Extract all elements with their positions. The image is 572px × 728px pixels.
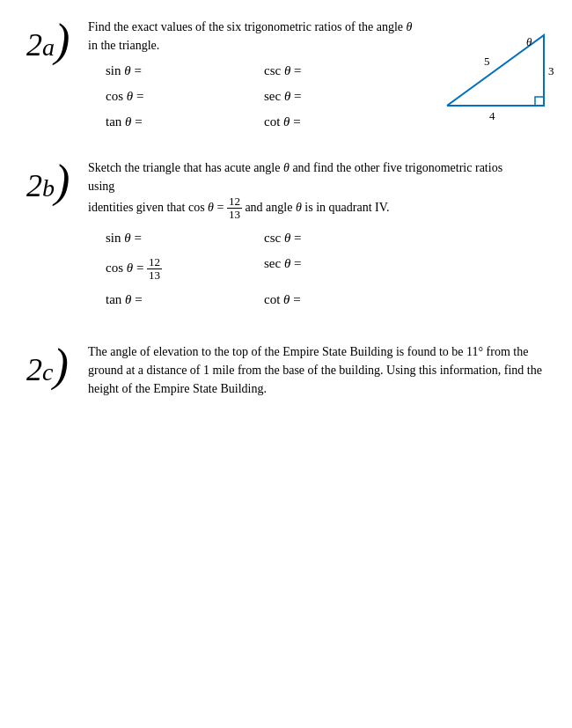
problem-2b-trig-grid: sin θ = csc θ = cos θ = 1213 sec θ = tan… xyxy=(106,231,546,308)
csc-theta-label: csc θ = xyxy=(264,63,422,78)
problem-number-2b: 2b) xyxy=(26,158,88,202)
problem-number-2c: 2c) xyxy=(26,342,88,386)
problem-2a-trig-grid: sin θ = csc θ = cos θ = sec θ = tan θ = … xyxy=(106,63,422,129)
problem-number-2a: 2a) xyxy=(26,18,88,61)
problem-2c: 2c) The angle of elevation to the top of… xyxy=(26,342,546,407)
triangle-svg: 5 3 4 θ xyxy=(429,26,566,123)
cos-fraction-grid: 1213 xyxy=(147,256,162,283)
sec-theta-label: sec θ = xyxy=(264,89,422,104)
svg-text:4: 4 xyxy=(489,109,495,122)
2b-sin-theta-label: sin θ = xyxy=(106,231,264,246)
2b-sec-theta-label: sec θ = xyxy=(264,256,422,283)
problem-2a-instruction: Find the exact values of the six trigono… xyxy=(88,18,422,55)
svg-text:θ: θ xyxy=(526,35,532,48)
cos-fraction-instruction: 1213 xyxy=(227,195,242,222)
tan-theta-label: tan θ = xyxy=(106,114,264,129)
2b-cot-theta-label: cot θ = xyxy=(264,292,422,307)
triangle-diagram: 5 3 4 θ xyxy=(422,18,572,132)
problem-2b-instruction: Sketch the triangle that has acute angle… xyxy=(88,158,510,222)
problem-2a: 2a) Find the exact values of the six tri… xyxy=(26,18,546,132)
sin-theta-label: sin θ = xyxy=(106,63,264,78)
svg-text:5: 5 xyxy=(484,55,490,68)
problem-2b-content: Sketch the triangle that has acute angle… xyxy=(88,158,546,307)
problem-2a-content: Find the exact values of the six trigono… xyxy=(88,18,572,132)
problem-2c-content: The angle of elevation to the top of the… xyxy=(88,342,546,407)
2b-cos-theta-label: cos θ = 1213 xyxy=(106,256,264,283)
problem-2c-instruction: The angle of elevation to the top of the… xyxy=(88,342,546,398)
2b-tan-theta-label: tan θ = xyxy=(106,292,264,307)
svg-text:3: 3 xyxy=(548,64,554,77)
cos-theta-label: cos θ = xyxy=(106,89,264,104)
2b-csc-theta-label: csc θ = xyxy=(264,231,422,246)
problem-2b: 2b) Sketch the triangle that has acute a… xyxy=(26,158,546,307)
cot-theta-label: cot θ = xyxy=(264,114,422,129)
